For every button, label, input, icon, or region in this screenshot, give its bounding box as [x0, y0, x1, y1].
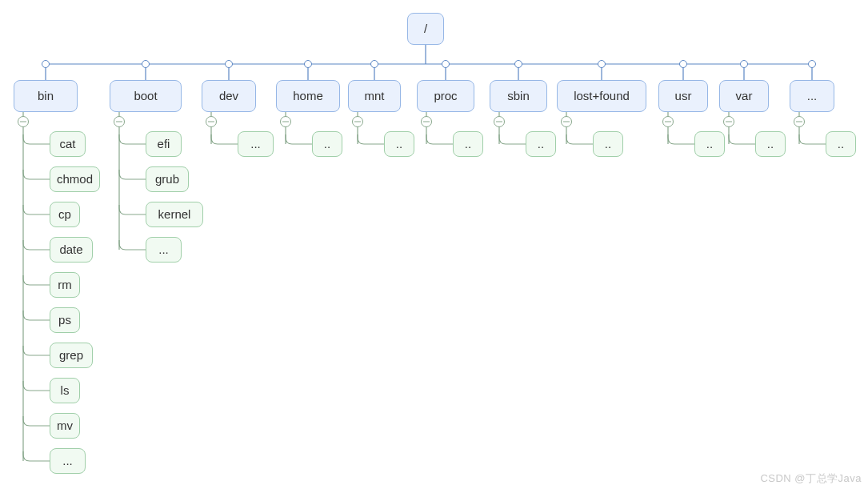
bus-connector-dot [598, 60, 606, 68]
leaf-label: ps [58, 313, 71, 327]
dir-label: mnt [364, 89, 384, 103]
dir-label: usr [675, 89, 692, 103]
leaf-node-more-0[interactable]: .. [826, 131, 856, 157]
collapse-toggle-bin[interactable] [18, 116, 29, 127]
leaf-label: grep [59, 348, 83, 363]
collapse-toggle-home[interactable] [280, 116, 291, 127]
leaf-label: .. [767, 137, 774, 151]
collapse-toggle-mnt[interactable] [352, 116, 363, 127]
dir-node-boot[interactable]: boot [110, 80, 182, 112]
bus-connector-dot [442, 60, 450, 68]
leaf-label: grub [155, 172, 179, 186]
root-label: / [424, 22, 427, 36]
collapse-toggle-boot[interactable] [114, 116, 125, 127]
leaf-node-bin-1[interactable]: chmod [50, 166, 100, 192]
leaf-node-home-0[interactable]: .. [312, 131, 342, 157]
dir-label: bin [38, 89, 54, 103]
leaf-label: date [59, 242, 82, 257]
leaf-node-boot-3[interactable]: ... [146, 237, 182, 263]
dir-node-var[interactable]: var [719, 80, 769, 112]
collapse-toggle-dev[interactable] [206, 116, 217, 127]
leaf-node-bin-8[interactable]: mv [50, 413, 80, 439]
leaf-label: efi [158, 137, 170, 151]
leaf-node-bin-3[interactable]: date [50, 237, 93, 263]
leaf-node-bin-4[interactable]: rm [50, 272, 80, 298]
dir-node-lostf[interactable]: lost+found [557, 80, 646, 112]
dir-label: sbin [507, 89, 530, 103]
leaf-node-boot-2[interactable]: kernel [146, 202, 203, 227]
leaf-node-lostf-0[interactable]: .. [593, 131, 623, 157]
collapse-toggle-sbin[interactable] [494, 116, 505, 127]
leaf-node-bin-9[interactable]: ... [50, 448, 86, 474]
collapse-toggle-proc[interactable] [421, 116, 432, 127]
leaf-node-usr-0[interactable]: .. [694, 131, 725, 157]
leaf-label: mv [57, 419, 73, 433]
leaf-node-bin-6[interactable]: grep [50, 343, 93, 368]
leaf-node-bin-0[interactable]: cat [50, 131, 86, 157]
bus-connector-dot [42, 60, 50, 68]
dir-label: ... [807, 89, 818, 103]
watermark: CSDN @丁总学Java [760, 471, 862, 486]
dir-label: home [293, 89, 323, 103]
leaf-label: chmod [57, 172, 93, 186]
dir-node-sbin[interactable]: sbin [490, 80, 547, 112]
leaf-node-bin-5[interactable]: ps [50, 307, 80, 333]
dir-node-bin[interactable]: bin [14, 80, 78, 112]
leaf-label: .. [396, 137, 402, 151]
bus-connector-dot [142, 60, 150, 68]
collapse-toggle-usr[interactable] [662, 116, 674, 127]
leaf-node-boot-0[interactable]: efi [146, 131, 182, 157]
dir-node-proc[interactable]: proc [417, 80, 474, 112]
dir-label: proc [434, 89, 457, 103]
bus-connector-dot [370, 60, 378, 68]
bus-connector-dot [304, 60, 312, 68]
dir-label: var [736, 89, 753, 103]
bus-connector-dot [740, 60, 748, 68]
bus-connector-dot [514, 60, 522, 68]
dir-node-mnt[interactable]: mnt [348, 80, 401, 112]
leaf-label: .. [465, 137, 471, 151]
leaf-node-dev-0[interactable]: ... [238, 131, 274, 157]
leaf-label: ls [61, 383, 70, 398]
bus-connector-dot [225, 60, 233, 68]
dir-label: boot [134, 89, 157, 103]
leaf-label: cp [58, 207, 71, 222]
dir-node-more[interactable]: ... [790, 80, 834, 112]
leaf-label: ... [158, 242, 169, 257]
dir-label: dev [219, 89, 238, 103]
leaf-node-sbin-0[interactable]: .. [526, 131, 556, 157]
leaf-label: .. [706, 137, 713, 151]
dir-label: lost+found [574, 89, 630, 103]
leaf-label: ... [250, 137, 261, 151]
leaf-label: rm [58, 278, 72, 292]
leaf-node-boot-1[interactable]: grub [146, 166, 189, 192]
bus-connector-dot [679, 60, 687, 68]
leaf-node-bin-2[interactable]: cp [50, 202, 80, 227]
bus-connector-dot [808, 60, 816, 68]
leaf-label: kernel [158, 207, 191, 222]
collapse-toggle-lostf[interactable] [561, 116, 572, 127]
leaf-node-var-0[interactable]: .. [755, 131, 786, 157]
root-node[interactable]: / [407, 13, 444, 45]
leaf-node-bin-7[interactable]: ls [50, 378, 80, 403]
leaf-label: .. [605, 137, 611, 151]
leaf-node-mnt-0[interactable]: .. [384, 131, 414, 157]
leaf-label: cat [59, 137, 75, 151]
dir-node-dev[interactable]: dev [202, 80, 256, 112]
tree-canvas: CSDN @丁总学Java /bincatchmodcpdatermpsgrep… [0, 0, 868, 489]
collapse-toggle-var[interactable] [723, 116, 734, 127]
leaf-node-proc-0[interactable]: .. [453, 131, 483, 157]
dir-node-usr[interactable]: usr [658, 80, 708, 112]
leaf-label: .. [324, 137, 330, 151]
leaf-label: .. [538, 137, 544, 151]
dir-node-home[interactable]: home [276, 80, 340, 112]
collapse-toggle-more[interactable] [794, 116, 805, 127]
leaf-label: .. [838, 137, 844, 151]
leaf-label: ... [62, 454, 73, 468]
